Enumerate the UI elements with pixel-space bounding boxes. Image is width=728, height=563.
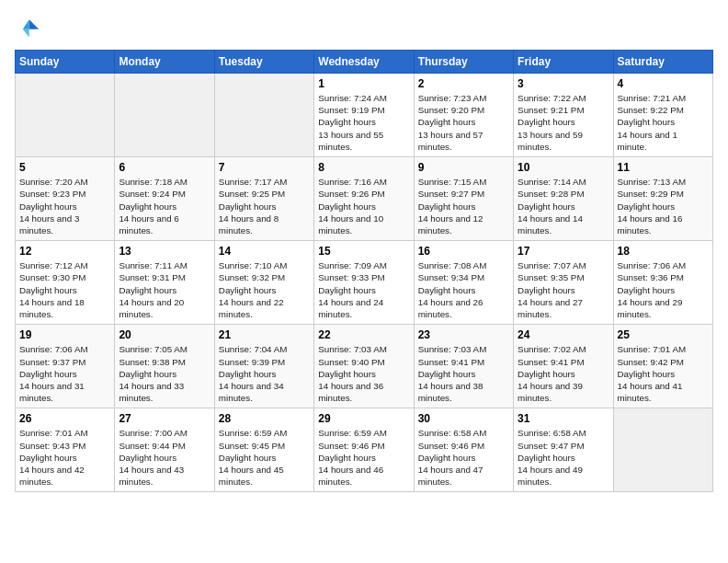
day-number: 18 [618,245,709,258]
calendar-cell: 26Sunrise: 7:01 AMSunset: 9:43 PMDayligh… [16,408,115,492]
day-number: 7 [219,161,310,174]
calendar-week-row: 19Sunrise: 7:06 AMSunset: 9:37 PMDayligh… [16,325,713,408]
day-number: 28 [219,412,310,425]
weekday-header: Friday [514,51,613,74]
day-number: 14 [219,245,310,258]
cell-info: Sunrise: 7:05 AMSunset: 9:38 PMDaylight … [119,343,210,404]
weekday-header: Thursday [414,51,513,74]
day-number: 25 [618,328,709,341]
day-number: 24 [518,328,609,341]
day-number: 31 [518,412,609,425]
calendar-cell: 27Sunrise: 7:00 AMSunset: 9:44 PMDayligh… [115,408,214,492]
cell-info: Sunrise: 7:23 AMSunset: 9:20 PMDaylight … [418,92,509,153]
cell-info: Sunrise: 7:21 AMSunset: 9:22 PMDaylight … [618,92,709,153]
cell-info: Sunrise: 7:07 AMSunset: 9:35 PMDaylight … [518,259,609,320]
weekday-header: Saturday [613,51,712,74]
cell-info: Sunrise: 7:15 AMSunset: 9:27 PMDaylight … [418,176,509,236]
cell-info: Sunrise: 7:09 AMSunset: 9:33 PMDaylight … [318,259,409,320]
weekday-header: Wednesday [314,51,414,74]
cell-info: Sunrise: 7:06 AMSunset: 9:36 PMDaylight … [618,259,709,320]
calendar-cell [613,408,712,492]
calendar-cell: 30Sunrise: 6:58 AMSunset: 9:46 PMDayligh… [414,408,513,492]
day-number: 22 [318,328,409,341]
cell-info: Sunrise: 6:59 AMSunset: 9:45 PMDaylight … [219,427,310,488]
calendar-week-row: 5Sunrise: 7:20 AMSunset: 9:23 PMDaylight… [16,157,713,241]
calendar-cell: 2Sunrise: 7:23 AMSunset: 9:20 PMDaylight… [414,74,513,157]
calendar-cell: 1Sunrise: 7:24 AMSunset: 9:19 PMDaylight… [314,74,414,157]
calendar-cell: 6Sunrise: 7:18 AMSunset: 9:24 PMDaylight… [115,157,214,241]
cell-info: Sunrise: 6:58 AMSunset: 9:47 PMDaylight … [518,427,609,488]
cell-info: Sunrise: 7:01 AMSunset: 9:42 PMDaylight … [618,343,709,404]
day-number: 13 [119,245,210,258]
calendar-cell: 18Sunrise: 7:06 AMSunset: 9:36 PMDayligh… [613,241,712,325]
calendar-cell [16,74,115,157]
calendar-cell: 31Sunrise: 6:58 AMSunset: 9:47 PMDayligh… [514,408,613,492]
cell-info: Sunrise: 7:17 AMSunset: 9:25 PMDaylight … [219,176,310,236]
cell-info: Sunrise: 6:59 AMSunset: 9:46 PMDaylight … [318,427,409,488]
day-number: 26 [19,412,110,425]
day-number: 5 [19,161,110,174]
cell-info: Sunrise: 7:11 AMSunset: 9:31 PMDaylight … [119,259,210,320]
calendar-week-row: 12Sunrise: 7:12 AMSunset: 9:30 PMDayligh… [16,241,713,325]
calendar-cell: 7Sunrise: 7:17 AMSunset: 9:25 PMDaylight… [214,157,313,241]
weekday-header: Tuesday [214,51,313,74]
calendar-cell: 29Sunrise: 6:59 AMSunset: 9:46 PMDayligh… [314,408,414,492]
calendar-cell: 16Sunrise: 7:08 AMSunset: 9:34 PMDayligh… [414,241,513,325]
calendar-cell: 20Sunrise: 7:05 AMSunset: 9:38 PMDayligh… [115,325,214,408]
calendar-cell: 10Sunrise: 7:14 AMSunset: 9:28 PMDayligh… [514,157,613,241]
cell-info: Sunrise: 7:18 AMSunset: 9:24 PMDaylight … [119,176,210,236]
day-number: 12 [19,245,110,258]
calendar-cell: 24Sunrise: 7:02 AMSunset: 9:41 PMDayligh… [514,325,613,408]
day-number: 27 [119,412,210,425]
cell-info: Sunrise: 7:08 AMSunset: 9:34 PMDaylight … [418,259,509,320]
calendar-cell: 22Sunrise: 7:03 AMSunset: 9:40 PMDayligh… [314,325,414,408]
logo [15,15,44,40]
calendar-week-row: 1Sunrise: 7:24 AMSunset: 9:19 PMDaylight… [16,74,713,157]
cell-info: Sunrise: 6:58 AMSunset: 9:46 PMDaylight … [418,427,509,488]
day-number: 9 [418,161,509,174]
day-number: 8 [318,161,409,174]
day-number: 17 [518,245,609,258]
day-number: 2 [418,77,509,90]
cell-info: Sunrise: 7:04 AMSunset: 9:39 PMDaylight … [219,343,310,404]
cell-info: Sunrise: 7:01 AMSunset: 9:43 PMDaylight … [19,427,110,488]
cell-info: Sunrise: 7:06 AMSunset: 9:37 PMDaylight … [19,343,110,404]
calendar-cell: 9Sunrise: 7:15 AMSunset: 9:27 PMDaylight… [414,157,513,241]
calendar-week-row: 26Sunrise: 7:01 AMSunset: 9:43 PMDayligh… [16,408,713,492]
day-number: 4 [618,77,709,90]
cell-info: Sunrise: 7:03 AMSunset: 9:41 PMDaylight … [418,343,509,404]
day-number: 21 [219,328,310,341]
day-number: 1 [318,77,409,90]
day-number: 3 [518,77,609,90]
calendar-cell: 8Sunrise: 7:16 AMSunset: 9:26 PMDaylight… [314,157,414,241]
calendar-cell [115,74,214,157]
calendar-cell: 23Sunrise: 7:03 AMSunset: 9:41 PMDayligh… [414,325,513,408]
day-number: 6 [119,161,210,174]
day-number: 23 [418,328,509,341]
day-number: 16 [418,245,509,258]
weekday-header: Sunday [16,51,115,74]
calendar-cell: 17Sunrise: 7:07 AMSunset: 9:35 PMDayligh… [514,241,613,325]
calendar-cell: 25Sunrise: 7:01 AMSunset: 9:42 PMDayligh… [613,325,712,408]
page-header [15,15,713,40]
cell-info: Sunrise: 7:14 AMSunset: 9:28 PMDaylight … [518,176,609,236]
calendar-table: SundayMondayTuesdayWednesdayThursdayFrid… [15,50,713,492]
calendar-cell [214,74,313,157]
calendar-cell: 12Sunrise: 7:12 AMSunset: 9:30 PMDayligh… [16,241,115,325]
calendar-cell: 13Sunrise: 7:11 AMSunset: 9:31 PMDayligh… [115,241,214,325]
calendar-cell: 5Sunrise: 7:20 AMSunset: 9:23 PMDaylight… [16,157,115,241]
cell-info: Sunrise: 7:13 AMSunset: 9:29 PMDaylight … [618,176,709,236]
cell-info: Sunrise: 7:00 AMSunset: 9:44 PMDaylight … [119,427,210,488]
day-number: 19 [19,328,110,341]
day-number: 10 [518,161,609,174]
cell-info: Sunrise: 7:03 AMSunset: 9:40 PMDaylight … [318,343,409,404]
day-number: 20 [119,328,210,341]
cell-info: Sunrise: 7:16 AMSunset: 9:26 PMDaylight … [318,176,409,236]
calendar-cell: 19Sunrise: 7:06 AMSunset: 9:37 PMDayligh… [16,325,115,408]
cell-info: Sunrise: 7:22 AMSunset: 9:21 PMDaylight … [518,92,609,153]
cell-info: Sunrise: 7:02 AMSunset: 9:41 PMDaylight … [518,343,609,404]
day-number: 11 [618,161,709,174]
calendar-cell: 28Sunrise: 6:59 AMSunset: 9:45 PMDayligh… [214,408,313,492]
day-number: 29 [318,412,409,425]
calendar-cell: 15Sunrise: 7:09 AMSunset: 9:33 PMDayligh… [314,241,414,325]
